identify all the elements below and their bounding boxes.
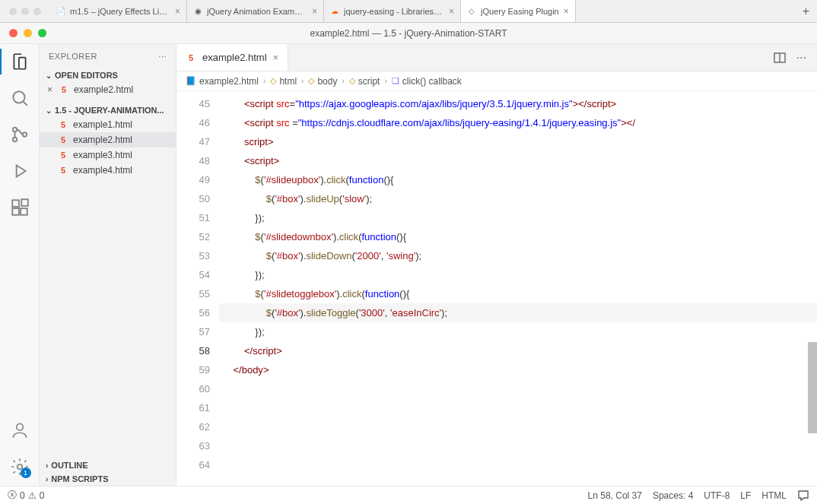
- window-controls[interactable]: [9, 29, 46, 37]
- breadcrumb[interactable]: 📘example2.html›◇html›◇body›◇script›❏clic…: [176, 71, 817, 91]
- code-line[interactable]: });: [219, 208, 817, 227]
- file-item[interactable]: 5example3.html: [40, 147, 176, 163]
- breadcrumb-item[interactable]: ◇script: [349, 76, 380, 87]
- code-line[interactable]: $('#box').slideDown('2000', 'swing');: [219, 246, 817, 265]
- open-editor-item[interactable]: ×5example2.html: [40, 82, 176, 97]
- search-icon[interactable]: [10, 88, 30, 108]
- encoding-status[interactable]: UTF-8: [704, 490, 730, 501]
- minimize-window[interactable]: [24, 29, 32, 37]
- file-item[interactable]: 5example2.html: [40, 132, 176, 147]
- file-item[interactable]: 5example1.html: [40, 117, 176, 132]
- favicon: 📄: [56, 7, 65, 16]
- status-bar: ⓧ0 ⚠0 Ln 58, Col 37 Spaces: 4 UTF-8 LF H…: [0, 486, 817, 504]
- code-line[interactable]: $('#slidedownbox').click(function(){: [219, 227, 817, 246]
- browser-tab[interactable]: ☁jquery-easing - Libraries - cdn×: [324, 0, 461, 22]
- line-number: 54: [176, 265, 210, 284]
- code-line[interactable]: $('#slidetogglebox').click(function(){: [219, 284, 817, 303]
- accounts-icon[interactable]: [10, 420, 30, 440]
- breadcrumb-item[interactable]: ◇html: [270, 76, 297, 87]
- close-tab-icon[interactable]: ×: [175, 6, 180, 17]
- source-control-icon[interactable]: [10, 125, 30, 144]
- breadcrumb-icon: ❏: [392, 76, 399, 86]
- svg-point-8: [16, 423, 23, 430]
- close-window[interactable]: [9, 29, 17, 37]
- code-line[interactable]: <script src="https://ajax.googleapis.com…: [219, 94, 817, 113]
- extensions-icon[interactable]: [10, 198, 30, 217]
- split-editor-icon[interactable]: [774, 52, 786, 64]
- breadcrumb-label: example2.html: [199, 76, 259, 87]
- browser-tab[interactable]: 📄m1.5 – jQuery Effects Library×: [50, 0, 187, 22]
- close-tab-icon[interactable]: ×: [449, 6, 454, 17]
- browser-traffic-lights: [0, 8, 50, 15]
- svg-point-9: [17, 464, 22, 470]
- run-debug-icon[interactable]: [10, 161, 30, 181]
- browser-tab[interactable]: ◇jQuery Easing Plugin×: [461, 0, 576, 22]
- file-name: example2.html: [74, 84, 133, 95]
- code-line[interactable]: </script>: [219, 341, 817, 360]
- line-number: 47: [176, 132, 210, 151]
- code-line[interactable]: });: [219, 322, 817, 341]
- svg-point-1: [12, 128, 16, 132]
- chevron-right-icon: ›: [46, 475, 48, 483]
- code-line[interactable]: script>: [219, 132, 817, 151]
- indentation-status[interactable]: Spaces: 4: [653, 490, 693, 501]
- chevron-right-icon: ›: [46, 461, 48, 470]
- open-editors-header[interactable]: ⌄ OPEN EDITORS: [40, 68, 176, 82]
- breadcrumb-item[interactable]: 📘example2.html: [186, 76, 259, 87]
- vertical-scrollbar[interactable]: [808, 91, 817, 486]
- traffic-light: [33, 8, 41, 15]
- problems-status[interactable]: ⓧ0 ⚠0: [8, 489, 44, 502]
- titlebar: example2.html — 1.5 - jQuery-Animation-S…: [0, 23, 817, 44]
- code-line[interactable]: });: [219, 265, 817, 284]
- more-actions-icon[interactable]: ···: [796, 51, 806, 65]
- line-number: 53: [176, 246, 210, 265]
- explorer-more-icon[interactable]: ···: [158, 52, 167, 61]
- close-tab-icon[interactable]: ×: [312, 6, 317, 17]
- chevron-down-icon: ⌄: [46, 71, 52, 80]
- cursor-position[interactable]: Ln 58, Col 37: [588, 490, 642, 501]
- code-line[interactable]: <script>: [219, 151, 817, 170]
- line-number: 45: [176, 94, 210, 113]
- eol-status[interactable]: LF: [740, 490, 751, 501]
- code-area[interactable]: 4546474849505152535455565758596061626364…: [176, 91, 817, 486]
- warning-icon: ⚠: [28, 490, 37, 501]
- language-mode[interactable]: HTML: [761, 490, 787, 501]
- html-file-icon: 5: [58, 120, 68, 129]
- line-gutter: 4546474849505152535455565758596061626364: [176, 91, 219, 486]
- browser-tab[interactable]: ◉jQuery Animation Example 2×: [187, 0, 324, 22]
- settings-gear-icon[interactable]: 1: [10, 457, 30, 477]
- explorer-icon[interactable]: [10, 52, 30, 71]
- breadcrumb-label: click() callback: [402, 76, 462, 87]
- feedback-icon[interactable]: [797, 490, 809, 502]
- code-line[interactable]: <script src ="https://cdnjs.cloudflare.c…: [219, 113, 817, 132]
- svg-rect-4: [12, 200, 19, 207]
- code-line[interactable]: $('#box').slideToggle('3000', 'easeInCir…: [219, 303, 817, 322]
- code-line[interactable]: $('#box').slideUp('slow');: [219, 189, 817, 208]
- code-line[interactable]: $('#slideupbox').click(function(){: [219, 170, 817, 189]
- window-title: example2.html — 1.5 - jQuery-Animation-S…: [310, 28, 507, 39]
- editor-tab[interactable]: 5 example2.html ×: [176, 44, 288, 71]
- svg-rect-5: [12, 208, 19, 215]
- scroll-thumb[interactable]: [808, 342, 817, 433]
- breadcrumb-icon: ◇: [349, 76, 355, 86]
- close-tab-icon[interactable]: ×: [273, 52, 279, 63]
- breadcrumb-item[interactable]: ◇body: [308, 76, 337, 87]
- svg-point-2: [12, 138, 16, 141]
- close-tab-icon[interactable]: ×: [564, 6, 569, 17]
- breadcrumb-item[interactable]: ❏click() callback: [392, 76, 462, 87]
- folder-header[interactable]: ⌄ 1.5 - JQUERY-ANIMATION...: [40, 103, 176, 117]
- code-line[interactable]: </body>: [219, 360, 817, 379]
- zoom-window[interactable]: [38, 29, 46, 37]
- sidebar: EXPLORER ··· ⌄ OPEN EDITORS ×5example2.h…: [40, 44, 176, 486]
- new-tab-button[interactable]: +: [795, 5, 817, 18]
- line-number: 62: [176, 417, 210, 436]
- outline-header[interactable]: › OUTLINE: [40, 458, 176, 472]
- file-item[interactable]: 5example4.html: [40, 163, 176, 178]
- browser-tab-label: jquery-easing - Libraries - cdn: [344, 7, 444, 16]
- activity-bar: 1: [0, 44, 40, 486]
- breadcrumb-label: html: [279, 76, 297, 87]
- close-editor-icon[interactable]: ×: [47, 84, 52, 95]
- code-lines[interactable]: <script src="https://ajax.googleapis.com…: [219, 91, 817, 486]
- file-name: example2.html: [73, 135, 132, 145]
- npm-scripts-header[interactable]: › NPM SCRIPTS: [40, 472, 176, 486]
